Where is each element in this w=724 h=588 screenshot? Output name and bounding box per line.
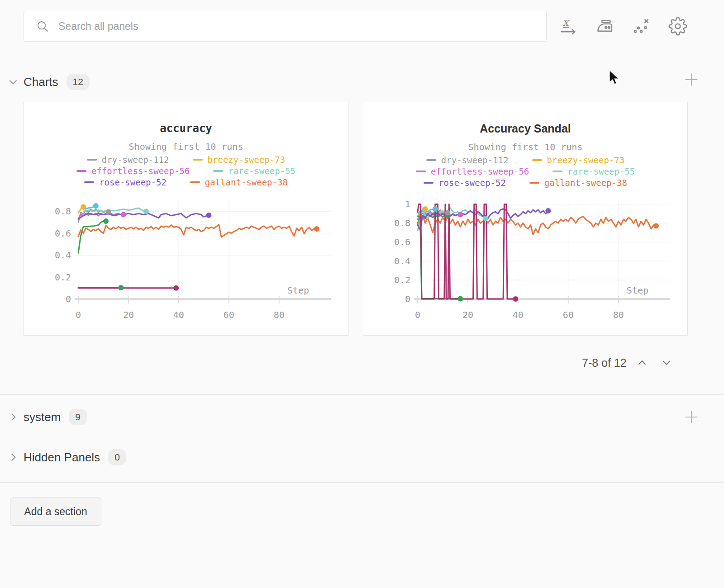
legend-item-dry-sweep-112[interactable]: dry-sweep-112: [87, 155, 169, 165]
hidden-count-badge: 0: [108, 449, 126, 465]
page-down-icon[interactable]: [657, 354, 676, 372]
chart-subtitle: Showing first 10 runs: [24, 141, 348, 152]
legend-label: gallant-sweep-38: [544, 178, 627, 188]
svg-text:0.8: 0.8: [55, 206, 71, 217]
legend-swatch: [76, 170, 86, 172]
legend-label: rare-sweep-55: [567, 166, 635, 176]
legend-label: rose-sweep-52: [438, 178, 506, 188]
svg-text:0: 0: [66, 294, 71, 304]
legend-label: rare-sweep-55: [228, 166, 295, 176]
legend-label: dry-sweep-112: [441, 155, 509, 165]
legend-label: gallant-sweep-38: [205, 177, 288, 187]
panel-grid: accuracy Showing first 10 runs dry-sweep…: [24, 102, 688, 336]
charts-count-badge: 12: [67, 74, 90, 90]
legend-swatch: [424, 182, 433, 184]
panel-toolbar: x: [557, 15, 689, 37]
legend-label: effortless-sweep-56: [91, 166, 190, 176]
chart-canvas[interactable]: 02040608000.20.40.60.8Step: [24, 195, 348, 331]
svg-text:20: 20: [462, 309, 473, 320]
svg-text:60: 60: [224, 309, 234, 320]
chevron-right-icon[interactable]: [7, 411, 19, 423]
outlier-icon[interactable]: [630, 15, 652, 37]
svg-text:40: 40: [513, 309, 524, 320]
panel-accuracy[interactable]: accuracy Showing first 10 runs dry-sweep…: [24, 102, 348, 336]
legend-label: effortless-sweep-56: [431, 166, 529, 176]
legend-label: rose-sweep-52: [99, 177, 167, 187]
add-panel-button[interactable]: [682, 408, 700, 426]
legend-swatch: [553, 171, 562, 172]
chevron-right-icon[interactable]: [7, 451, 19, 463]
svg-text:0: 0: [415, 309, 420, 320]
legend-swatch: [193, 159, 203, 161]
legend-swatch: [532, 159, 542, 161]
section-header-hidden-panels: Hidden Panels 0: [0, 446, 724, 469]
section-title-hidden-panels[interactable]: Hidden Panels: [24, 450, 100, 465]
svg-text:0: 0: [76, 309, 81, 320]
panel-pagination: 7-8 of 12: [582, 354, 676, 372]
panel-accuracy-sandal[interactable]: Accuracy Sandal Showing first 10 runs dr…: [363, 102, 688, 336]
svg-text:40: 40: [173, 309, 184, 320]
svg-text:0.2: 0.2: [55, 272, 71, 283]
svg-text:Step: Step: [627, 285, 648, 296]
legend-label: breezy-sweep-73: [547, 155, 625, 165]
section-title-system[interactable]: system: [24, 410, 61, 424]
smoothing-iron-icon[interactable]: [594, 15, 616, 37]
legend-item-rare-sweep-55[interactable]: rare-sweep-55: [553, 166, 635, 176]
svg-text:0.2: 0.2: [394, 275, 410, 285]
legend-label: dry-sweep-112: [102, 155, 169, 165]
chart-legend: dry-sweep-112breezy-sweep-73effortless-s…: [24, 155, 348, 187]
legend-swatch: [87, 159, 97, 161]
legend-item-effortless-sweep-56[interactable]: effortless-sweep-56: [76, 166, 190, 176]
divider: [0, 394, 724, 395]
search-input[interactable]: [58, 20, 534, 33]
svg-text:20: 20: [123, 309, 134, 320]
chart-subtitle: Showing first 10 runs: [363, 142, 687, 152]
legend-item-breezy-sweep-73[interactable]: breezy-sweep-73: [193, 155, 286, 165]
search-icon: [36, 19, 49, 33]
svg-text:Step: Step: [287, 285, 309, 296]
legend-swatch: [190, 181, 200, 183]
legend-item-rare-sweep-55[interactable]: rare-sweep-55: [213, 166, 295, 176]
svg-text:60: 60: [563, 309, 574, 320]
chart-title: accuracy: [24, 122, 348, 135]
legend-item-gallant-sweep-38[interactable]: gallant-sweep-38: [190, 177, 288, 187]
svg-text:0.6: 0.6: [394, 237, 410, 247]
legend-item-rose-sweep-52[interactable]: rose-sweep-52: [424, 178, 506, 188]
section-title-charts[interactable]: Charts: [24, 75, 58, 89]
chart-legend: dry-sweep-112breezy-sweep-73effortless-s…: [363, 155, 687, 188]
divider: [0, 439, 724, 439]
legend-item-breezy-sweep-73[interactable]: breezy-sweep-73: [532, 155, 625, 165]
legend-swatch: [529, 182, 539, 184]
legend-swatch: [84, 181, 94, 183]
svg-text:0.4: 0.4: [394, 256, 410, 266]
page-up-icon[interactable]: [633, 354, 651, 372]
legend-swatch: [213, 170, 223, 172]
add-panel-button[interactable]: [682, 71, 700, 89]
legend-item-gallant-sweep-38[interactable]: gallant-sweep-38: [529, 178, 627, 188]
svg-text:0.4: 0.4: [55, 250, 71, 261]
svg-text:x: x: [563, 17, 570, 28]
legend-label: breezy-sweep-73: [208, 155, 286, 165]
divider: [0, 482, 724, 483]
search-bar: [24, 11, 547, 42]
svg-text:0: 0: [405, 294, 410, 304]
section-header-charts: Charts 12: [0, 71, 724, 92]
chart-title: Accuracy Sandal: [363, 122, 687, 135]
legend-item-rose-sweep-52[interactable]: rose-sweep-52: [84, 177, 167, 187]
chevron-down-icon[interactable]: [7, 76, 19, 88]
pagination-label: 7-8 of 12: [582, 356, 627, 370]
legend-swatch: [426, 159, 436, 161]
chart-canvas[interactable]: 02040608000.20.40.60.81Step: [363, 195, 687, 331]
legend-swatch: [416, 171, 426, 172]
system-count-badge: 9: [69, 409, 87, 425]
add-section-button[interactable]: Add a section: [10, 498, 101, 526]
settings-gear-icon[interactable]: [667, 15, 689, 37]
section-header-system: system 9: [0, 405, 724, 429]
legend-item-dry-sweep-112[interactable]: dry-sweep-112: [426, 155, 509, 165]
svg-text:0.8: 0.8: [394, 218, 410, 228]
x-axis-icon[interactable]: x: [557, 15, 579, 37]
svg-text:1: 1: [405, 199, 410, 209]
legend-item-effortless-sweep-56[interactable]: effortless-sweep-56: [416, 166, 529, 176]
svg-text:80: 80: [274, 309, 285, 320]
svg-text:80: 80: [613, 309, 624, 320]
